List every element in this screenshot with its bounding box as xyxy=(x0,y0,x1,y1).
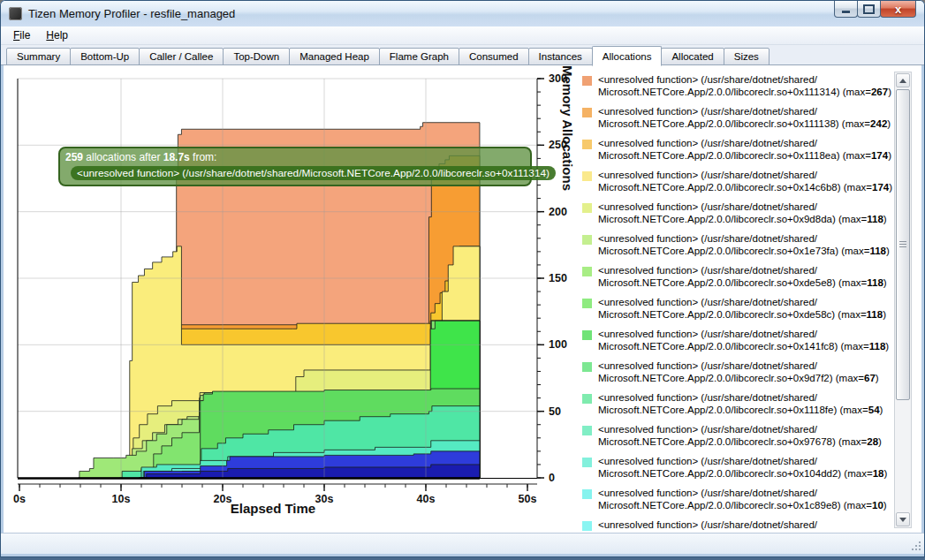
legend-label: <unresolved function> (/usr/share/dotnet… xyxy=(598,328,889,352)
window-controls: x xyxy=(835,1,916,18)
app-icon xyxy=(9,7,22,20)
legend-label: <unresolved function> (/usr/share/dotnet… xyxy=(598,201,887,225)
legend-label: <unresolved function> (/usr/share/dotnet… xyxy=(598,169,892,193)
legend-label: <unresolved function> (/usr/share/dotnet… xyxy=(598,359,879,384)
legend-swatch-icon xyxy=(582,426,592,435)
x-tick-label: 0s xyxy=(13,493,26,505)
legend-label: <unresolved function> (/usr/share/dotnet… xyxy=(598,423,882,448)
allocations-chart[interactable]: 0s10s20s30s40s50s050100150200250300 xyxy=(4,65,587,533)
legend-item-5[interactable]: <unresolved function> (/usr/share/dotnet… xyxy=(582,232,897,257)
tab-sizes[interactable]: Sizes xyxy=(724,48,770,65)
legend-swatch-icon xyxy=(582,203,592,213)
legend-item-9[interactable]: <unresolved function> (/usr/share/dotnet… xyxy=(582,359,897,384)
y-tick-label: 50 xyxy=(549,405,561,418)
legend-item-1[interactable]: <unresolved function> (/usr/share/dotnet… xyxy=(582,105,897,130)
tab-caller-callee[interactable]: Caller / Callee xyxy=(139,48,224,65)
legend-item-14[interactable]: <unresolved function> (/usr/share/dotnet… xyxy=(582,518,897,531)
legend-item-7[interactable]: <unresolved function> (/usr/share/dotnet… xyxy=(582,296,897,321)
legend-label: <unresolved function> (/usr/share/dotnet… xyxy=(598,137,891,162)
legend-swatch-icon xyxy=(582,171,592,181)
legend-item-6[interactable]: <unresolved function> (/usr/share/dotnet… xyxy=(582,264,897,289)
maximize-button[interactable] xyxy=(857,1,881,18)
scroll-up-button[interactable] xyxy=(896,73,910,87)
tab-flame-graph[interactable]: Flame Graph xyxy=(379,48,459,65)
minimize-button[interactable] xyxy=(834,1,858,18)
scrollbar-grip-icon xyxy=(899,241,906,248)
legend-item-10[interactable]: <unresolved function> (/usr/share/dotnet… xyxy=(582,391,897,416)
scrollbar-thumb[interactable] xyxy=(896,89,910,400)
tooltip-function: <unresolved function> (/usr/share/dotnet… xyxy=(71,166,556,180)
legend-swatch-icon xyxy=(582,330,592,340)
legend-item-4[interactable]: <unresolved function> (/usr/share/dotnet… xyxy=(582,201,897,225)
close-icon: x xyxy=(895,3,901,16)
legend-swatch-icon xyxy=(582,267,592,276)
resize-grip[interactable] xyxy=(911,541,921,551)
legend-label: <unresolved function> (/usr/share/dotnet… xyxy=(598,232,890,257)
tab-instances[interactable]: Instances xyxy=(528,48,593,65)
tab-managed-heap[interactable]: Managed Heap xyxy=(289,48,380,65)
x-axis-title: Elapsed Time xyxy=(127,501,419,516)
legend-label: <unresolved function> (/usr/share/dotnet… xyxy=(598,264,887,289)
arrow-down-icon xyxy=(899,518,906,522)
tab-consumed[interactable]: Consumed xyxy=(459,48,529,65)
close-button[interactable]: x xyxy=(880,1,916,18)
legend-label: <unresolved function> (/usr/share/dotnet… xyxy=(598,73,891,98)
legend-swatch-icon xyxy=(582,108,592,117)
window-title: Tizen Memory Profiler - resfile_managed xyxy=(28,7,235,20)
legend-swatch-icon xyxy=(582,235,592,245)
y-axis-title: Memory Allocations xyxy=(560,65,575,472)
legend-swatch-icon xyxy=(582,140,592,149)
status-bar xyxy=(1,533,924,554)
menu-help[interactable]: Help xyxy=(38,27,76,43)
legend-label: <unresolved function> (/usr/share/dotnet… xyxy=(598,487,887,511)
tab-allocations[interactable]: Allocations xyxy=(592,46,663,66)
legend-label: <unresolved function> (/usr/share/dotnet… xyxy=(598,455,887,480)
chart-tooltip: 259 allocations after 18.7s from: <unres… xyxy=(58,147,532,186)
tab-summary[interactable]: Summary xyxy=(6,48,71,65)
app-window: Tizen Memory Profiler - resfile_managed … xyxy=(0,0,925,560)
legend-item-13[interactable]: <unresolved function> (/usr/share/dotnet… xyxy=(582,487,897,511)
legend-swatch-icon xyxy=(582,299,592,308)
scroll-down-button[interactable] xyxy=(896,512,910,526)
legend-swatch-icon xyxy=(582,521,592,531)
x-tick-label: 50s xyxy=(519,493,537,505)
minimize-icon xyxy=(842,11,850,13)
legend-item-0[interactable]: <unresolved function> (/usr/share/dotnet… xyxy=(582,73,897,98)
legend-swatch-icon xyxy=(582,489,592,499)
legend-item-12[interactable]: <unresolved function> (/usr/share/dotnet… xyxy=(582,455,897,480)
tab-allocated[interactable]: Allocated xyxy=(661,48,724,65)
legend-label: <unresolved function> (/usr/share/dotnet… xyxy=(598,518,817,531)
menu-file[interactable]: File xyxy=(5,27,38,43)
x-tick-label: 40s xyxy=(417,493,436,505)
tooltip-summary: 259 allocations after 18.7s from: xyxy=(65,151,525,163)
legend-item-8[interactable]: <unresolved function> (/usr/share/dotnet… xyxy=(582,328,897,352)
menu-bar: FileHelp xyxy=(1,26,924,45)
legend-item-11[interactable]: <unresolved function> (/usr/share/dotnet… xyxy=(582,423,897,448)
legend-scrollbar[interactable] xyxy=(894,72,912,528)
tabs: SummaryBottom-UpCaller / CalleeTop-DownM… xyxy=(6,46,769,65)
legend-item-2[interactable]: <unresolved function> (/usr/share/dotnet… xyxy=(582,137,897,162)
legend-label: <unresolved function> (/usr/share/dotnet… xyxy=(598,105,891,130)
legend-swatch-icon xyxy=(582,76,592,86)
tab-bottom-up[interactable]: Bottom-Up xyxy=(70,48,140,65)
tab-top-down[interactable]: Top-Down xyxy=(223,48,290,65)
tab-bar: SummaryBottom-UpCaller / CalleeTop-DownM… xyxy=(1,45,924,65)
chart-legend: <unresolved function> (/usr/share/dotnet… xyxy=(579,65,897,533)
y-tick-label: 0 xyxy=(549,472,555,484)
legend-swatch-icon xyxy=(582,394,592,404)
legend-swatch-icon xyxy=(582,458,592,467)
legend-swatch-icon xyxy=(582,362,592,372)
legend-label: <unresolved function> (/usr/share/dotnet… xyxy=(598,391,883,416)
maximize-icon xyxy=(863,4,875,14)
legend-item-3[interactable]: <unresolved function> (/usr/share/dotnet… xyxy=(582,169,897,193)
allocations-panel: 0s10s20s30s40s50s050100150200250300 Elap… xyxy=(4,65,921,533)
title-bar[interactable]: Tizen Memory Profiler - resfile_managed … xyxy=(1,1,924,26)
legend-label: <unresolved function> (/usr/share/dotnet… xyxy=(598,296,886,321)
arrow-up-icon xyxy=(899,79,906,83)
